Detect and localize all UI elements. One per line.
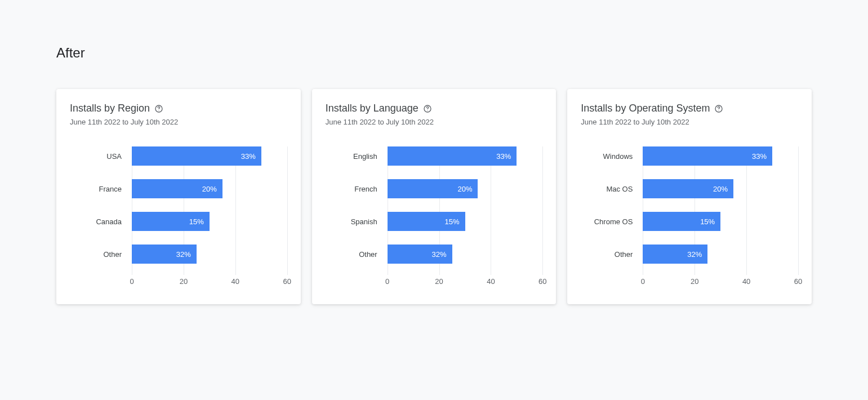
bar-label: Other <box>581 250 643 259</box>
gridline <box>542 146 543 275</box>
bar-label: Other <box>70 250 132 259</box>
bar: 33% <box>132 146 261 166</box>
bar-label: Chrome OS <box>581 217 643 226</box>
bar-row: English33% <box>326 146 543 166</box>
axis-tick: 0 <box>385 277 389 286</box>
bar-value: 15% <box>444 217 459 226</box>
bar: 15% <box>132 212 210 231</box>
card-title: Installs by Operating System <box>581 103 710 114</box>
bar-label: Mac OS <box>581 185 643 193</box>
card-title: Installs by Region <box>70 103 150 114</box>
bar: 33% <box>643 146 772 166</box>
bar: 20% <box>132 179 222 198</box>
bar-value: 20% <box>457 185 472 193</box>
chart-card: Installs by Operating System June 11th 2… <box>567 89 812 304</box>
axis-tick: 40 <box>487 277 495 286</box>
card-header: Installs by Operating System <box>581 103 798 114</box>
bar-chart: USA33%France20%Canada15%Other32%0204060 <box>70 146 287 288</box>
bar: 32% <box>132 245 197 264</box>
bar-row: Other32% <box>326 245 543 264</box>
x-axis: 0204060 <box>132 277 287 288</box>
chart-card: Installs by Language June 11th 2022 to J… <box>312 89 557 304</box>
card-title: Installs by Language <box>326 103 419 114</box>
card-header: Installs by Language <box>326 103 543 114</box>
bar-value: 32% <box>176 250 191 259</box>
bar-chart: Windows33%Mac OS20%Chrome OS15%Other32%0… <box>581 146 798 288</box>
bar-row: Other32% <box>581 245 798 264</box>
help-icon[interactable] <box>154 104 163 113</box>
bar-area: 33% <box>388 146 543 166</box>
bar-area: 33% <box>132 146 287 166</box>
x-axis: 0204060 <box>643 277 798 288</box>
gridline <box>287 146 288 275</box>
bar-area: 15% <box>388 212 543 231</box>
axis-tick: 40 <box>742 277 750 286</box>
bar-label: France <box>70 185 132 193</box>
axis-tick: 60 <box>283 277 291 286</box>
card-subtitle: June 11th 2022 to July 10th 2022 <box>70 118 287 126</box>
bar-row: Windows33% <box>581 146 798 166</box>
bar-area: 32% <box>388 245 543 264</box>
axis-tick: 0 <box>130 277 133 286</box>
page-title: After <box>56 45 812 61</box>
bar-row: Mac OS20% <box>581 179 798 198</box>
cards-container: Installs by Region June 11th 2022 to Jul… <box>56 89 812 304</box>
help-icon[interactable] <box>714 104 723 113</box>
x-axis: 0204060 <box>388 277 543 288</box>
svg-point-3 <box>427 110 428 110</box>
card-subtitle: June 11th 2022 to July 10th 2022 <box>581 118 798 126</box>
bar: 15% <box>643 212 720 231</box>
axis-tick: 20 <box>180 277 188 286</box>
bar-value: 20% <box>713 185 728 193</box>
bar-row: Chrome OS15% <box>581 212 798 231</box>
bar-value: 15% <box>700 217 715 226</box>
bar: 33% <box>388 146 517 166</box>
bar-value: 32% <box>432 250 447 259</box>
bar: 20% <box>643 179 733 198</box>
bar-label: Canada <box>70 217 132 226</box>
axis-tick: 20 <box>435 277 443 286</box>
bar-area: 33% <box>643 146 798 166</box>
axis-tick: 0 <box>641 277 645 286</box>
bar-chart: English33%French20%Spanish15%Other32%020… <box>326 146 543 288</box>
bar: 15% <box>388 212 465 231</box>
bar-value: 33% <box>241 152 256 161</box>
bar-row: France20% <box>70 179 287 198</box>
bar-label: Other <box>326 250 388 259</box>
bar-area: 20% <box>132 179 287 198</box>
bar-label: French <box>326 185 388 193</box>
bar-label: Windows <box>581 152 643 161</box>
bar: 20% <box>388 179 478 198</box>
bar-row: Canada15% <box>70 212 287 231</box>
axis-tick: 20 <box>691 277 698 286</box>
bar: 32% <box>388 245 452 264</box>
bar: 32% <box>643 245 707 264</box>
bar-area: 32% <box>643 245 798 264</box>
bar-area: 15% <box>643 212 798 231</box>
bar-value: 15% <box>189 217 204 226</box>
chart-card: Installs by Region June 11th 2022 to Jul… <box>56 89 301 304</box>
bar-value: 20% <box>202 185 217 193</box>
bar-label: Spanish <box>326 217 388 226</box>
svg-point-5 <box>719 110 719 110</box>
help-icon[interactable] <box>423 104 432 113</box>
bar-area: 32% <box>132 245 287 264</box>
gridline <box>798 146 799 275</box>
bar-row: French20% <box>326 179 543 198</box>
bar-label: English <box>326 152 388 161</box>
bar-label: USA <box>70 152 132 161</box>
bar-value: 33% <box>496 152 511 161</box>
bar-area: 20% <box>388 179 543 198</box>
bar-value: 32% <box>687 250 702 259</box>
axis-tick: 40 <box>232 277 239 286</box>
axis-tick: 60 <box>794 277 802 286</box>
svg-point-1 <box>159 110 159 110</box>
bar-row: Spanish15% <box>326 212 543 231</box>
axis-tick: 60 <box>538 277 546 286</box>
card-header: Installs by Region <box>70 103 287 114</box>
bar-row: Other32% <box>70 245 287 264</box>
bar-area: 15% <box>132 212 287 231</box>
bar-row: USA33% <box>70 146 287 166</box>
bar-area: 20% <box>643 179 798 198</box>
card-subtitle: June 11th 2022 to July 10th 2022 <box>326 118 543 126</box>
